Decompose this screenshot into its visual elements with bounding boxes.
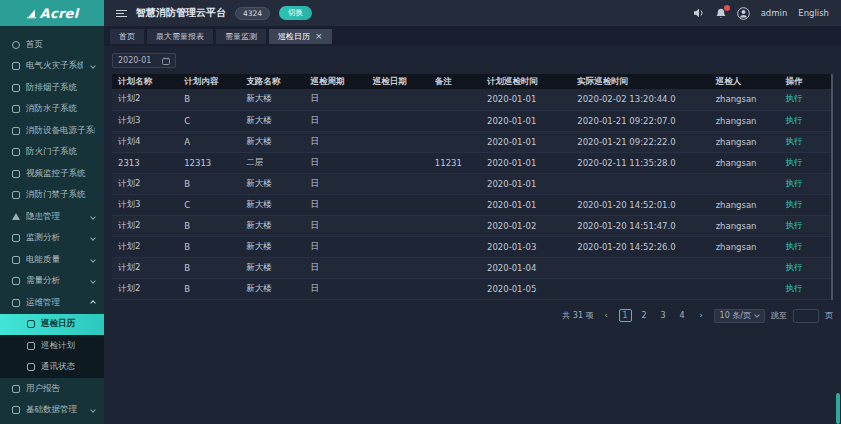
page-size-select[interactable]: 10 条/页 (714, 309, 765, 323)
sidebar-item-power-quality[interactable]: 电能质量 (0, 249, 104, 271)
speaker-icon[interactable] (693, 8, 705, 18)
sidebar-item-inspection-calendar[interactable]: 巡检日历 (0, 314, 104, 336)
sidebar-item-smoke-exhaust[interactable]: 防排烟子系统 (0, 77, 104, 99)
scrollbar-thumb[interactable] (836, 393, 840, 424)
power-quality-icon (12, 256, 20, 264)
execute-link[interactable]: 执行 (786, 93, 803, 103)
sidebar-item-user-report[interactable]: 用户报告 (0, 378, 104, 400)
column-header: 巡检人 (710, 74, 780, 89)
tab-demand-monitor[interactable]: 需量监测 (216, 29, 266, 44)
table-cell: 2020-01-01 (481, 194, 571, 215)
execute-link[interactable]: 执行 (786, 199, 803, 209)
chevron-down-icon (90, 257, 96, 263)
table-cell: C (178, 194, 240, 215)
sidebar-item-comm-status[interactable]: 通讯状态 (0, 357, 104, 379)
next-page-button[interactable]: › (695, 309, 708, 322)
sidebar-item-fire-water[interactable]: 消防水子系统 (0, 99, 104, 121)
execute-link[interactable]: 执行 (786, 115, 803, 125)
execute-link[interactable]: 执行 (786, 262, 803, 272)
prev-page-button[interactable]: ‹ (600, 309, 613, 322)
column-header: 巡检周期 (305, 74, 367, 89)
tab-home[interactable]: 首页 (110, 29, 144, 44)
table-cell: 2020-01-20 14:51:47.0 (571, 215, 709, 236)
hazard-management-icon (12, 213, 20, 220)
jump-page-input[interactable] (793, 309, 819, 323)
sidebar-item-home[interactable]: 首页 (0, 34, 104, 56)
table-cell: 2020-01-01 (481, 89, 571, 110)
table-cell: 2020-01-20 14:52:26.0 (571, 236, 709, 257)
table-row: 计划3C新大楼日2020-01-012020-01-20 14:52:01.0z… (112, 194, 831, 215)
table-cell: 2020-02-02 13:20:44.0 (571, 89, 709, 110)
username[interactable]: admin (761, 8, 788, 18)
table-cell: 2313 (112, 152, 178, 173)
table-cell: B (178, 236, 240, 257)
execute-link[interactable]: 执行 (786, 136, 803, 146)
hamburger-icon[interactable] (116, 10, 127, 17)
table-cell: zhangsan (710, 152, 780, 173)
user-avatar-icon[interactable] (737, 7, 750, 20)
sidebar-item-label: 消防设备电源子系统 (26, 125, 95, 137)
table-cell (710, 257, 780, 278)
sidebar-item-equipment-power[interactable]: 消防设备电源子系统 (0, 120, 104, 142)
video-monitor-icon (12, 170, 20, 178)
sidebar-item-basic-data[interactable]: 基础数据管理 (0, 400, 104, 422)
table-cell: 计划4 (112, 131, 178, 152)
table-cell (429, 257, 481, 278)
sidebar-item-inspection-plan[interactable]: 巡检计划 (0, 335, 104, 357)
table-cell: zhangsan (710, 110, 780, 131)
action-cell: 执行 (780, 173, 831, 194)
execute-link[interactable]: 执行 (786, 220, 803, 230)
table-cell: 日 (305, 194, 367, 215)
tab-bar: 首页最大需量报表需量监测巡检日历× (104, 26, 841, 46)
page-button-3[interactable]: 3 (657, 309, 670, 322)
basic-data-icon (12, 406, 20, 414)
execute-link[interactable]: 执行 (786, 178, 803, 188)
sidebar-item-label: 通讯状态 (41, 361, 95, 373)
sidebar-item-fire-door[interactable]: 防火门子系统 (0, 142, 104, 164)
total-count: 共 31 项 (562, 310, 593, 321)
electrical-fire-icon (12, 62, 20, 70)
table-cell: B (178, 173, 240, 194)
page-button-4[interactable]: 4 (676, 309, 689, 322)
page-size-value: 10 条/页 (720, 310, 751, 321)
table-cell: 2020-01-05 (481, 278, 571, 299)
month-picker-value: 2020-01 (118, 56, 151, 65)
table-cell (571, 278, 709, 299)
execute-link[interactable]: 执行 (786, 241, 803, 251)
sidebar-item-access-control[interactable]: 消防门禁子系统 (0, 185, 104, 207)
table-cell: 日 (305, 110, 367, 131)
close-icon[interactable]: × (315, 32, 323, 41)
execute-link[interactable]: 执行 (786, 157, 803, 167)
sidebar-item-monitor-analysis[interactable]: 监测分析 (0, 228, 104, 250)
table-cell (367, 257, 429, 278)
table-cell: 日 (305, 89, 367, 110)
table-body: 计划2B新大楼日2020-01-012020-02-02 13:20:44.0z… (112, 89, 831, 299)
table-cell (710, 278, 780, 299)
tab-max-demand-report[interactable]: 最大需量报表 (147, 29, 213, 44)
sidebar-item-video-monitor[interactable]: 视频监控子系统 (0, 163, 104, 185)
sidebar-item-electrical-fire[interactable]: 电气火灾子系统 (0, 56, 104, 78)
brand-name: Acrel (40, 6, 79, 21)
sidebar-item-label: 电气火灾子系统 (26, 60, 83, 72)
table-cell: 计划3 (112, 110, 178, 131)
table-cell: 新大楼 (240, 89, 304, 110)
language-switch[interactable]: English (798, 8, 829, 18)
page-button-2[interactable]: 2 (638, 309, 651, 322)
sidebar-item-demand-analysis[interactable]: 需量分析 (0, 271, 104, 293)
sidebar-item-label: 防火门子系统 (26, 146, 95, 158)
switch-button[interactable]: 切换 (279, 6, 312, 20)
execute-link[interactable]: 执行 (786, 283, 803, 293)
fire-water-icon (12, 105, 20, 113)
comm-status-icon (27, 363, 35, 371)
column-header: 巡检日期 (367, 74, 429, 89)
sidebar-item-label: 监测分析 (26, 232, 83, 244)
sidebar-item-ops-management[interactable]: 运维管理 (0, 292, 104, 314)
tab-inspection-calendar[interactable]: 巡检日历× (269, 29, 332, 44)
sidebar-item-hazard-management[interactable]: 隐患管理 (0, 206, 104, 228)
month-picker[interactable]: 2020-01 (112, 53, 176, 68)
chevron-down-icon (90, 278, 96, 284)
fire-door-icon (12, 148, 20, 156)
action-cell: 执行 (780, 194, 831, 215)
notifications[interactable] (716, 8, 726, 19)
page-button-1[interactable]: 1 (619, 309, 632, 322)
